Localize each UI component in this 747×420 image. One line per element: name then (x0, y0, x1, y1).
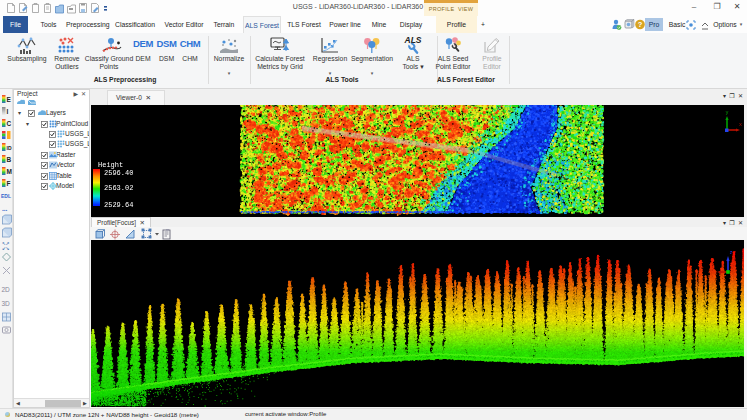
svg-text:...: ... (2, 205, 8, 212)
svg-text:↙↘: ↙↘ (2, 246, 10, 251)
svg-text:B: B (7, 156, 12, 163)
svg-text:ID: ID (7, 145, 12, 151)
svg-text:EDL: EDL (1, 193, 11, 199)
svg-text:C: C (7, 120, 12, 127)
svg-text:2D: 2D (2, 286, 11, 293)
svg-text:3D: 3D (2, 300, 11, 307)
svg-text:F: F (7, 180, 11, 187)
svg-text:I: I (7, 108, 9, 115)
svg-text:M: M (7, 168, 12, 175)
svg-text:?: ? (638, 20, 643, 29)
svg-text:E: E (7, 96, 12, 103)
